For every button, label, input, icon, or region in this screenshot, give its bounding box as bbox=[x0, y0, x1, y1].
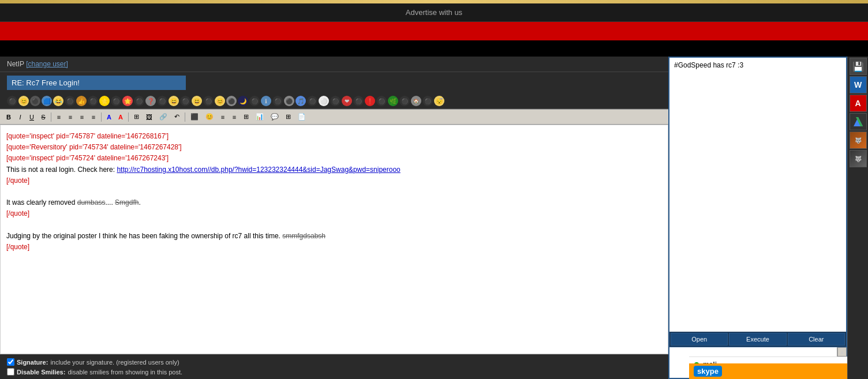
strikethrough-button[interactable]: S bbox=[38, 112, 48, 122]
emoji-14[interactable]: ⚫ bbox=[157, 96, 167, 106]
link-button[interactable]: 🔗 bbox=[156, 111, 170, 122]
emoji-4[interactable]: 🟦 bbox=[42, 96, 52, 106]
right-section: #GodSpeed has rc7 :3 Open Execute Clear … bbox=[668, 57, 868, 379]
emoji-22[interactable]: ⚫ bbox=[249, 96, 260, 106]
emoji-2[interactable]: 😊 bbox=[18, 96, 29, 106]
disable-smilies-checkbox[interactable] bbox=[7, 368, 14, 376]
emoji-30[interactable]: ❤ bbox=[342, 96, 352, 106]
red-bar bbox=[0, 22, 868, 40]
emoji-13[interactable]: ❓ bbox=[145, 96, 156, 106]
italic-button[interactable]: I bbox=[15, 112, 25, 122]
list-ul-button[interactable]: ≡ bbox=[229, 112, 240, 122]
align-left-button[interactable]: ≡ bbox=[54, 112, 64, 122]
emoji-16[interactable]: ⚫ bbox=[180, 96, 190, 106]
chart-button[interactable]: 📊 bbox=[253, 111, 267, 122]
quote-close-2: [/quote] bbox=[6, 208, 662, 219]
skype-logo: skype bbox=[694, 366, 722, 377]
quote-close-3: [/quote] bbox=[6, 242, 662, 253]
emoji-5[interactable]: 😂 bbox=[53, 96, 63, 106]
user-bar: NetIP [change user] bbox=[0, 57, 668, 72]
emoji-29[interactable]: ⚫ bbox=[330, 96, 341, 106]
smiley-button[interactable]: 😊 bbox=[203, 111, 216, 122]
align-center-button[interactable]: ≡ bbox=[65, 112, 76, 122]
signature-option: Signature: include your signature. (regi… bbox=[7, 358, 661, 366]
toolbar-sep-3 bbox=[128, 112, 129, 122]
content-line-2: It was clearly removed dumbass.... Smgdf… bbox=[6, 197, 662, 208]
font-size-button[interactable]: A bbox=[115, 112, 126, 122]
emoji-26[interactable]: 🎵 bbox=[295, 96, 306, 106]
drive-icon[interactable] bbox=[850, 113, 867, 130]
avatar-1-icon[interactable]: 🐺 bbox=[850, 132, 867, 149]
image-button[interactable]: 🖼 bbox=[143, 112, 155, 122]
save-icon[interactable]: 💾 bbox=[850, 58, 867, 75]
emoji-18[interactable]: ⚫ bbox=[203, 96, 214, 106]
underline-button[interactable]: U bbox=[27, 112, 37, 122]
emoji-1[interactable]: ⚫ bbox=[7, 96, 17, 106]
toolbar-sep-1 bbox=[51, 112, 51, 122]
table2-button[interactable]: ⊞ bbox=[241, 111, 252, 122]
align-justify-button[interactable]: ≡ bbox=[88, 112, 99, 122]
emoji-11[interactable]: 🌟 bbox=[122, 96, 133, 106]
change-user-link[interactable]: [change user] bbox=[26, 60, 68, 68]
editor-content[interactable]: [quote='inspect' pid='745787' dateline='… bbox=[0, 125, 668, 354]
word-icon[interactable]: W bbox=[850, 76, 867, 93]
script-buttons: Open Execute Clear bbox=[669, 332, 846, 347]
quote-line-2: [quote='Reversitory' pid='745734' dateli… bbox=[6, 142, 662, 153]
bottom-options: Signature: include your signature. (regi… bbox=[0, 354, 668, 379]
emoji-28[interactable]: ⚪ bbox=[319, 96, 329, 106]
emoji-7[interactable]: 👍 bbox=[76, 96, 87, 106]
editor-area: NetIP [change user] ⚫ 😊 ⚫ 🟦 😂 ⚫ 👍 ⚫ ⭐ ⚫ … bbox=[0, 57, 668, 379]
emoji-33[interactable]: ⚫ bbox=[376, 96, 387, 106]
main-wrapper: NetIP [change user] ⚫ 😊 ⚫ 🟦 😂 ⚫ 👍 ⚫ ⭐ ⚫ … bbox=[0, 57, 868, 379]
emoji-17[interactable]: 😃 bbox=[192, 96, 202, 106]
side-icons: 💾 W A 🐺 🐺 bbox=[847, 57, 868, 379]
code-button[interactable]: ⬛ bbox=[188, 111, 201, 122]
table-button[interactable]: ⊞ bbox=[131, 111, 142, 122]
grid-button[interactable]: ⊞ bbox=[283, 111, 294, 122]
emoji-24[interactable]: ⚫ bbox=[272, 96, 283, 106]
doc-button[interactable]: 📄 bbox=[295, 111, 309, 122]
script-textarea[interactable] bbox=[669, 81, 846, 332]
post-title-input[interactable] bbox=[7, 76, 186, 90]
emoji-12[interactable]: ⚫ bbox=[134, 96, 144, 106]
emoji-35[interactable]: ⚫ bbox=[399, 96, 410, 106]
list-ol-button[interactable]: ≡ bbox=[218, 112, 228, 122]
emoji-37[interactable]: ⚫ bbox=[422, 96, 433, 106]
align-right-button[interactable]: ≡ bbox=[77, 112, 87, 122]
emoji-8[interactable]: ⚫ bbox=[88, 96, 98, 106]
skype-bar: skype bbox=[689, 363, 847, 379]
emoji-21[interactable]: 🌙 bbox=[238, 96, 248, 106]
advertise-bar: Advertise with us bbox=[0, 3, 868, 22]
emoji-31[interactable]: ⚫ bbox=[353, 96, 364, 106]
post-title-bar bbox=[0, 72, 668, 93]
emoji-19[interactable]: 😊 bbox=[215, 96, 225, 106]
signature-checkbox[interactable] bbox=[7, 358, 14, 366]
emoji-6[interactable]: ⚫ bbox=[65, 96, 75, 106]
toolbar: B I U S ≡ ≡ ≡ ≡ A A ⊞ 🖼 🔗 ↶ ⬛ 😊 ≡ ≡ ⊞ 📊 … bbox=[0, 109, 668, 125]
emoji-27[interactable]: ⚫ bbox=[307, 96, 317, 106]
emoji-10[interactable]: ⚫ bbox=[111, 96, 121, 106]
emoji-38[interactable]: 😴 bbox=[434, 96, 444, 106]
undo-button[interactable]: ↶ bbox=[171, 111, 182, 122]
open-button[interactable]: Open bbox=[671, 333, 728, 346]
content-line-3: Judging by the original poster I think h… bbox=[6, 231, 662, 242]
emoji-32[interactable]: ❗ bbox=[365, 96, 375, 106]
black-bar bbox=[0, 40, 868, 57]
emoji-34[interactable]: 🌿 bbox=[388, 96, 398, 106]
emoji-15[interactable]: 😄 bbox=[169, 96, 179, 106]
emoji-3[interactable]: ⚫ bbox=[30, 96, 40, 106]
emoji-23[interactable]: ℹ bbox=[261, 96, 271, 106]
emoji-20[interactable]: ⚫ bbox=[226, 96, 237, 106]
access-icon[interactable]: A bbox=[850, 95, 867, 112]
emoji-25[interactable]: ⚫ bbox=[284, 96, 294, 106]
font-color-button[interactable]: A bbox=[104, 112, 114, 122]
execute-button[interactable]: Execute bbox=[729, 333, 786, 346]
avatar-2-icon[interactable]: 🐺 bbox=[850, 150, 867, 167]
bold-button[interactable]: B bbox=[3, 112, 14, 122]
quote-button[interactable]: 💬 bbox=[268, 111, 282, 122]
clear-button[interactable]: Clear bbox=[788, 333, 845, 346]
emoji-9[interactable]: ⭐ bbox=[99, 96, 110, 106]
disable-smilies-option: Disable Smilies: disable smilies from sh… bbox=[7, 368, 661, 376]
emoji-36[interactable]: 🏠 bbox=[411, 96, 421, 106]
scroll-up[interactable]: ▲ bbox=[837, 347, 847, 357]
